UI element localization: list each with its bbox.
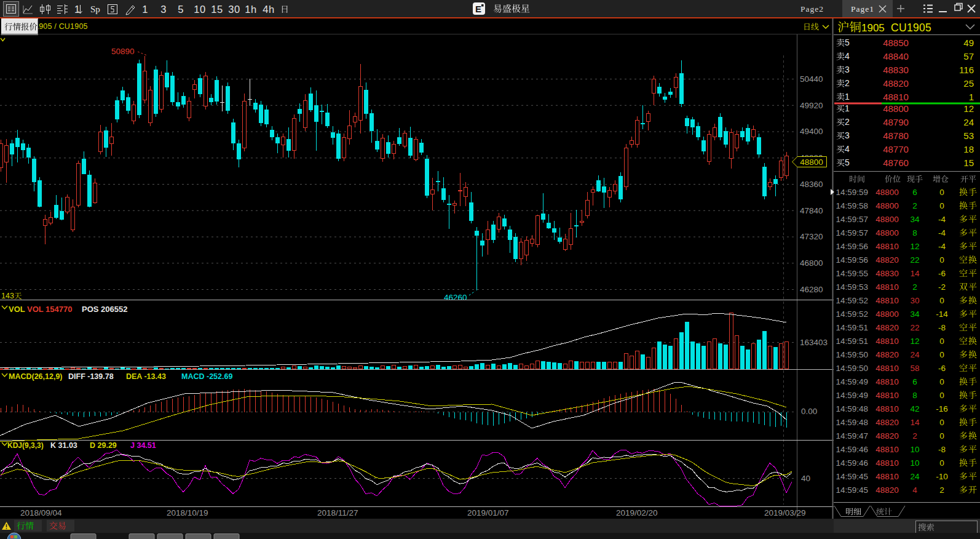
svg-text:10: 10 — [910, 458, 919, 468]
svg-text:4h: 4h — [263, 4, 274, 15]
svg-text:-4: -4 — [938, 228, 946, 238]
svg-text:-6: -6 — [938, 269, 946, 278]
svg-text:48820: 48820 — [875, 323, 899, 332]
svg-text:VOL 154770: VOL 154770 — [27, 305, 72, 314]
svg-text:POS 206552: POS 206552 — [82, 305, 127, 314]
svg-text:1: 1 — [74, 4, 80, 15]
svg-text:14:59:57: 14:59:57 — [836, 228, 869, 238]
svg-text:48810: 48810 — [875, 364, 899, 373]
svg-text:48820: 48820 — [875, 350, 899, 359]
svg-text:0: 0 — [939, 188, 944, 197]
svg-text:5: 5 — [845, 38, 850, 47]
svg-text:48820: 48820 — [883, 78, 909, 89]
svg-text:116: 116 — [959, 65, 974, 75]
svg-text:1: 1 — [845, 92, 850, 102]
svg-text:48820: 48820 — [875, 485, 899, 495]
svg-text:48770: 48770 — [883, 144, 909, 154]
svg-text:50440: 50440 — [800, 74, 823, 84]
svg-text:42: 42 — [910, 404, 919, 413]
svg-text:49: 49 — [963, 38, 974, 48]
svg-text:47840: 47840 — [800, 206, 823, 215]
svg-text:14:59:47: 14:59:47 — [836, 431, 869, 441]
svg-text:48810: 48810 — [875, 377, 899, 386]
svg-text:14:59:49: 14:59:49 — [836, 377, 869, 386]
svg-text:48830: 48830 — [875, 269, 899, 278]
svg-text:53: 53 — [963, 130, 974, 141]
svg-text:48780: 48780 — [883, 130, 909, 141]
svg-text:14:59:50: 14:59:50 — [836, 364, 869, 373]
svg-text:14:59:50: 14:59:50 — [836, 350, 869, 359]
svg-text:12: 12 — [910, 242, 919, 251]
svg-text:0: 0 — [939, 458, 944, 468]
svg-text:2018/11/27: 2018/11/27 — [317, 508, 358, 517]
svg-text:46800: 46800 — [800, 258, 823, 268]
svg-text:48810: 48810 — [875, 337, 899, 346]
svg-text:48760: 48760 — [883, 158, 909, 168]
svg-text:2019/02/20: 2019/02/20 — [616, 508, 658, 517]
svg-text:2018/10/19: 2018/10/19 — [167, 508, 208, 517]
svg-text:4: 4 — [845, 51, 850, 61]
svg-text:48800: 48800 — [875, 309, 899, 319]
svg-text:14: 14 — [910, 418, 920, 427]
svg-text:Sp: Sp — [90, 4, 100, 14]
svg-text:14:59:51: 14:59:51 — [836, 337, 869, 346]
svg-text:0: 0 — [939, 296, 944, 305]
svg-text:48800: 48800 — [875, 228, 899, 238]
svg-text:48360: 48360 — [800, 180, 823, 189]
svg-text:-14: -14 — [936, 309, 948, 319]
svg-text:2: 2 — [845, 78, 850, 88]
svg-text:2019/01/07: 2019/01/07 — [467, 508, 509, 517]
svg-text:1: 1 — [969, 92, 974, 102]
svg-text:-8: -8 — [938, 323, 946, 332]
svg-text:3: 3 — [160, 4, 167, 15]
svg-text:40: 40 — [801, 474, 810, 483]
svg-text:24: 24 — [910, 472, 920, 481]
svg-text:14:59:48: 14:59:48 — [836, 418, 869, 427]
svg-text:49920: 49920 — [800, 101, 823, 110]
svg-text:14:59:52: 14:59:52 — [836, 296, 869, 305]
svg-text:Page1: Page1 — [851, 4, 874, 14]
svg-text:18: 18 — [963, 144, 974, 154]
svg-text:2: 2 — [845, 117, 850, 127]
svg-text:48810: 48810 — [875, 282, 899, 292]
svg-text:163403: 163403 — [800, 338, 828, 347]
svg-text:14:59:45: 14:59:45 — [836, 472, 869, 481]
svg-text:14:59:57: 14:59:57 — [836, 215, 869, 224]
svg-text:14:59:48: 14:59:48 — [836, 404, 869, 413]
svg-text:50890: 50890 — [111, 47, 135, 56]
svg-text:15: 15 — [963, 158, 974, 168]
svg-text:1905: 1905 — [861, 22, 885, 34]
svg-text:2019/03/29: 2019/03/29 — [764, 508, 806, 517]
svg-text:1905 / CU1905: 1905 / CU1905 — [34, 22, 88, 31]
svg-text:57: 57 — [963, 51, 974, 62]
svg-text:-4: -4 — [938, 242, 946, 251]
svg-text:14:59:51: 14:59:51 — [836, 323, 869, 332]
svg-text:14:59:53: 14:59:53 — [836, 282, 869, 292]
svg-text:14:59:45: 14:59:45 — [836, 485, 869, 495]
svg-text:1h: 1h — [245, 4, 256, 15]
svg-text:-6: -6 — [938, 364, 946, 373]
svg-text:46260: 46260 — [444, 293, 467, 302]
svg-text:47320: 47320 — [800, 232, 823, 241]
svg-text:5: 5 — [845, 158, 850, 167]
svg-text:2: 2 — [939, 485, 944, 495]
svg-text:48810: 48810 — [883, 92, 909, 102]
svg-text:14:59:56: 14:59:56 — [836, 242, 869, 251]
svg-text:-10: -10 — [936, 472, 948, 481]
svg-text:48800: 48800 — [800, 158, 823, 167]
svg-text:30: 30 — [228, 4, 240, 15]
svg-text:5: 5 — [178, 4, 184, 15]
svg-text:0: 0 — [939, 201, 944, 210]
svg-text:14:59:56: 14:59:56 — [836, 255, 869, 265]
svg-text:J 34.51: J 34.51 — [130, 441, 156, 450]
svg-text:0: 0 — [939, 350, 944, 359]
svg-text:48820: 48820 — [875, 418, 899, 427]
svg-text:14:59:59: 14:59:59 — [836, 188, 869, 197]
svg-text:0: 0 — [939, 418, 944, 427]
svg-text:48810: 48810 — [875, 242, 899, 251]
svg-text:46280: 46280 — [800, 285, 823, 294]
svg-text:48790: 48790 — [883, 117, 909, 127]
svg-text:0: 0 — [939, 391, 944, 400]
svg-text:30: 30 — [910, 296, 919, 305]
svg-text:24: 24 — [910, 350, 920, 359]
